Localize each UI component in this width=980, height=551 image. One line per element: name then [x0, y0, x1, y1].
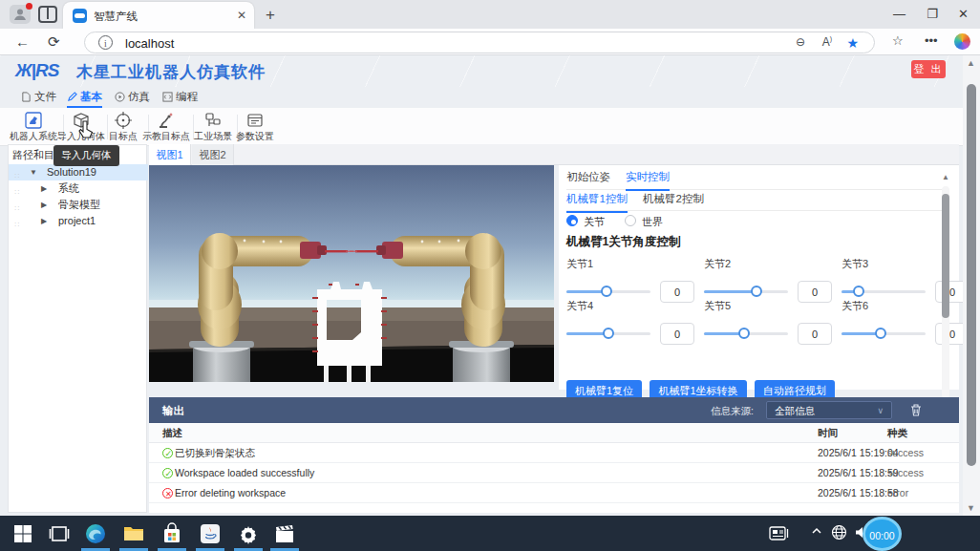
java-app-icon[interactable]: [199, 522, 222, 545]
target-icon: [114, 111, 133, 130]
project-tree: :: ▼ Solution19 :: ▶ 系统 :: ▶ 骨架模型 :: ▶: [9, 164, 148, 229]
collections-icon[interactable]: ☆: [892, 33, 904, 48]
clear-log-icon[interactable]: [909, 403, 923, 417]
panel-scrollbar[interactable]: ▲ ▼: [940, 173, 951, 412]
page-scrollbar[interactable]: ▲ ▼: [963, 55, 980, 516]
joint3-slider[interactable]: [842, 290, 926, 293]
new-tab-button[interactable]: +: [266, 6, 275, 25]
joint2-slider[interactable]: [704, 290, 788, 293]
toolbar-parameter-settings[interactable]: 参数设置: [227, 111, 283, 143]
scroll-up-icon[interactable]: ▲: [942, 173, 949, 181]
tab-view2[interactable]: 视图2: [192, 144, 234, 165]
file-explorer-icon[interactable]: [122, 522, 145, 545]
settings-gear-icon[interactable]: [237, 522, 260, 545]
menu-item-programming[interactable]: 编程: [162, 90, 198, 108]
joint4-control: 关节4: [566, 299, 694, 346]
tab-realtime-control[interactable]: 实时控制: [626, 170, 670, 191]
viewport-3d[interactable]: [149, 165, 554, 382]
url-text[interactable]: localhost: [125, 36, 174, 51]
recording-timer[interactable]: 00:00: [863, 517, 902, 551]
more-menu-icon[interactable]: •••: [925, 33, 938, 48]
tree-item-solution[interactable]: :: ▼ Solution19: [9, 164, 148, 180]
start-button-icon[interactable]: [11, 522, 34, 545]
joint5-input[interactable]: [798, 323, 832, 345]
output-title: 输出: [162, 404, 184, 418]
site-info-icon[interactable]: i: [98, 35, 113, 50]
page-scroll-thumb[interactable]: [967, 84, 976, 466]
tree-item-system[interactable]: :: ▶ 系统: [9, 180, 148, 197]
copilot-icon[interactable]: [954, 33, 970, 50]
menu-item-basic[interactable]: 基本: [67, 90, 102, 108]
app-title: 木星工业机器人仿真软件: [76, 61, 266, 83]
view-tab-bar: 视图1 视图2: [149, 144, 959, 165]
browser-tab[interactable]: 智慧产线 ✕: [63, 2, 254, 29]
workspaces-button[interactable]: [38, 6, 57, 23]
edge-browser-icon[interactable]: [84, 522, 107, 545]
status-success-icon: [162, 448, 173, 458]
menu-item-file[interactable]: 文件: [21, 90, 56, 108]
tab-close-icon[interactable]: ✕: [237, 9, 246, 22]
close-button[interactable]: ✕: [958, 7, 969, 21]
section-title: 机械臂1关节角度控制: [566, 234, 680, 250]
radio-selected-icon: [566, 215, 578, 226]
joint1-slider[interactable]: [566, 290, 650, 293]
sidebar-paths-targets: 路径和目标点 :: ▼ Solution19 :: ▶ 系统 :: ▶ 骨架模型: [8, 144, 147, 513]
scroll-up-icon[interactable]: ▲: [967, 58, 975, 68]
scroll-down-icon[interactable]: ▼: [967, 503, 975, 513]
app-logo: Ж|RS: [15, 60, 58, 81]
zoom-out-icon[interactable]: ⊖: [796, 35, 805, 49]
caret-right-icon[interactable]: ▶: [41, 180, 47, 197]
output-table-header: 描述 时间 种类: [149, 423, 959, 443]
read-aloud-icon[interactable]: A): [822, 35, 832, 49]
caret-right-icon[interactable]: ▶: [41, 197, 47, 213]
code-icon: [162, 92, 173, 102]
joint4-slider[interactable]: [566, 332, 650, 335]
joint5-slider[interactable]: [704, 332, 788, 335]
tree-item-project1[interactable]: :: ▶ project1: [9, 213, 148, 229]
hidden-icons-chevron[interactable]: [810, 524, 823, 538]
output-header: 输出 信息来源: 全部信息 ∨: [149, 397, 959, 423]
chevron-down-icon: ∨: [877, 402, 884, 419]
news-widgets-icon[interactable]: [769, 524, 790, 541]
teach-arm-icon: [157, 111, 176, 130]
minimize-button[interactable]: —: [893, 7, 905, 21]
screen: 智慧产线 ✕ + — ❐ ✕ ← ⟳ i localhost ⊖ A) ★ ☆ …: [0, 0, 980, 551]
caret-right-icon[interactable]: ▶: [41, 213, 47, 229]
favorite-star-icon[interactable]: ★: [846, 35, 859, 51]
output-row[interactable]: 已切换到骨架状态 2025/6/1 15:19:04 success: [149, 443, 959, 463]
tab-view1[interactable]: 视图1: [149, 144, 191, 165]
menu-item-simulation[interactable]: 仿真: [115, 90, 150, 108]
robot-scene: [149, 165, 554, 382]
radio-world-mode[interactable]: 世界: [625, 215, 663, 228]
refresh-icon[interactable]: ⟳: [48, 33, 60, 51]
app-header: Ж|RS 木星工业机器人仿真软件 登 出: [0, 55, 963, 87]
back-icon[interactable]: ←: [15, 33, 30, 50]
industrial-scene-icon: [203, 111, 223, 130]
joint4-input[interactable]: [660, 323, 694, 345]
joint5-control: 关节5: [704, 299, 832, 346]
microsoft-store-icon[interactable]: [160, 522, 183, 545]
caret-down-icon[interactable]: ▼: [30, 164, 37, 180]
joint6-slider[interactable]: [842, 332, 926, 335]
drag-handle-icon: ::: [14, 216, 20, 232]
task-view-icon[interactable]: [48, 522, 71, 545]
browser-profile-avatar[interactable]: [10, 5, 31, 24]
joint1-control: 关节1: [566, 257, 694, 304]
clapperboard-icon[interactable]: [273, 522, 296, 545]
toolbar: 机器人系统 导入几何体 目标点 示教目标点 工业场景: [0, 108, 963, 146]
tab-initial-pose[interactable]: 初始位姿: [566, 170, 610, 189]
network-globe-icon[interactable]: [831, 524, 847, 540]
radio-joint-mode[interactable]: 关节: [566, 215, 605, 228]
source-dropdown[interactable]: 全部信息 ∨: [766, 401, 892, 419]
tooltip: 导入几何体: [53, 145, 119, 166]
tab-arm2-control[interactable]: 机械臂2控制: [643, 192, 704, 211]
logout-button[interactable]: 登 出: [911, 60, 946, 78]
output-row[interactable]: Error deleting workspace 2025/6/1 15:18:…: [149, 483, 959, 503]
vscroll-thumb[interactable]: [942, 194, 949, 318]
restore-button[interactable]: ❐: [927, 7, 938, 21]
profile-alert-dot: [26, 3, 32, 10]
tab-arm1-control[interactable]: 机械臂1控制: [566, 192, 628, 213]
tree-item-skeleton-model[interactable]: :: ▶ 骨架模型: [9, 197, 148, 213]
address-bar[interactable]: i localhost ⊖ A) ★: [84, 32, 875, 53]
output-row[interactable]: Workspace loaded successfully 2025/6/1 1…: [149, 463, 959, 483]
